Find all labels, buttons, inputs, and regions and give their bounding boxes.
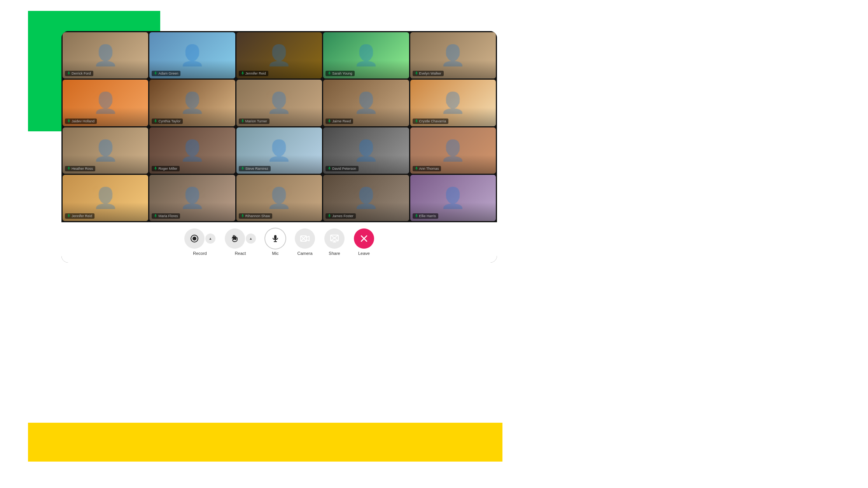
mic-active-icon bbox=[415, 71, 418, 75]
bg-yellow-shape bbox=[28, 423, 502, 462]
share-button[interactable] bbox=[324, 228, 345, 249]
participant-name-label: Evelyn Walker bbox=[413, 71, 444, 76]
mic-active-icon bbox=[67, 71, 70, 75]
mic-active-icon bbox=[241, 119, 244, 123]
video-tile: 👤Ellie Harris bbox=[410, 175, 496, 221]
camera-button[interactable] bbox=[295, 228, 315, 249]
participant-name-label: Jennifer Reid bbox=[239, 71, 268, 76]
svg-rect-2 bbox=[155, 71, 156, 74]
mic-active-icon bbox=[241, 214, 244, 218]
participant-name-label: Crystle Chavarria bbox=[413, 119, 449, 124]
share-label: Share bbox=[329, 251, 340, 256]
participant-name-label: Jaime Reed bbox=[326, 119, 353, 124]
leave-control: Leave bbox=[354, 228, 374, 256]
video-tile: 👤Heather Ross bbox=[63, 127, 148, 174]
react-button[interactable] bbox=[225, 228, 245, 249]
participant-name-label: Ann Thomas bbox=[413, 166, 441, 171]
svg-rect-26 bbox=[329, 167, 330, 169]
participant-name-label: Maria Flores bbox=[152, 213, 180, 219]
video-tile: 👤Maria Flores bbox=[149, 175, 235, 221]
participant-name-label: Adam Green bbox=[152, 71, 180, 76]
participant-name-label: Steve Ramirez bbox=[239, 166, 271, 171]
video-tile: 👤Adam Green bbox=[149, 32, 235, 78]
svg-rect-6 bbox=[329, 71, 330, 74]
svg-point-41 bbox=[192, 237, 196, 241]
react-control: ▲ React bbox=[225, 228, 256, 256]
mic-active-icon bbox=[415, 214, 418, 218]
video-tile: 👤Ann Thomas bbox=[410, 127, 496, 174]
svg-rect-24 bbox=[242, 167, 243, 169]
video-tile: 👤David Peterson bbox=[323, 127, 409, 174]
svg-rect-16 bbox=[329, 119, 330, 122]
svg-rect-4 bbox=[242, 71, 243, 74]
participant-name-label: Marion Turner bbox=[239, 119, 270, 124]
participant-name-label: David Peterson bbox=[326, 166, 359, 171]
participant-name-label: Sarah Young bbox=[326, 71, 355, 76]
svg-rect-20 bbox=[68, 167, 70, 169]
svg-rect-28 bbox=[416, 167, 417, 169]
control-bar: ▲ Record ▲ React bbox=[61, 222, 497, 263]
video-tile: 👤Evelyn Walker bbox=[410, 32, 496, 78]
svg-rect-38 bbox=[416, 214, 417, 216]
share-control: Share bbox=[324, 228, 345, 256]
record-button[interactable] bbox=[184, 228, 205, 249]
svg-rect-14 bbox=[242, 119, 243, 122]
mic-control: Mic bbox=[265, 228, 285, 256]
video-tile: 👤Steve Ramirez bbox=[236, 127, 322, 174]
record-chevron-button[interactable]: ▲ bbox=[205, 234, 215, 244]
react-chevron-button[interactable]: ▲ bbox=[246, 234, 256, 244]
react-label: React bbox=[235, 251, 246, 256]
participant-name-label: James Foster bbox=[326, 213, 356, 219]
leave-label: Leave bbox=[358, 251, 370, 256]
mic-active-icon bbox=[154, 167, 157, 171]
video-tile: 👤Derrick Ford bbox=[63, 32, 148, 78]
participant-name-label: Heather Ross bbox=[65, 166, 95, 171]
mic-active-icon bbox=[415, 119, 418, 123]
participant-name-label: Jaidev Holland bbox=[65, 119, 97, 124]
record-label: Record bbox=[193, 251, 206, 256]
mic-active-icon bbox=[154, 119, 157, 123]
mic-button[interactable] bbox=[265, 228, 285, 249]
mic-active-icon bbox=[154, 214, 157, 218]
svg-rect-8 bbox=[416, 71, 417, 74]
svg-rect-30 bbox=[68, 214, 70, 216]
video-tile: 👤Jennifer Reid bbox=[236, 32, 322, 78]
participant-name-label: Jennifer Reid bbox=[65, 213, 94, 219]
video-tile: 👤Jaidev Holland bbox=[63, 80, 148, 126]
participant-name-label: Cynthia Taylor bbox=[152, 119, 183, 124]
participant-name-label: Rihannon Shaw bbox=[239, 213, 273, 219]
svg-rect-22 bbox=[155, 167, 156, 169]
svg-rect-12 bbox=[155, 119, 156, 122]
mic-active-icon bbox=[328, 167, 331, 171]
mic-active-icon bbox=[67, 214, 70, 218]
svg-rect-18 bbox=[416, 119, 417, 122]
svg-rect-32 bbox=[155, 214, 156, 216]
video-tile: 👤Cynthia Taylor bbox=[149, 80, 235, 126]
video-tile: 👤Rihannon Shaw bbox=[236, 175, 322, 221]
mic-active-icon bbox=[415, 167, 418, 171]
mic-active-icon bbox=[328, 214, 331, 218]
participant-name-label: Derrick Ford bbox=[65, 71, 93, 76]
svg-rect-36 bbox=[329, 214, 330, 216]
svg-marker-46 bbox=[306, 236, 309, 241]
mic-active-icon bbox=[328, 119, 331, 123]
video-tile: 👤Jennifer Reid bbox=[63, 175, 148, 221]
video-tile: 👤Crystle Chavarria bbox=[410, 80, 496, 126]
camera-control: Camera bbox=[295, 228, 315, 256]
leave-button[interactable] bbox=[354, 228, 374, 249]
svg-rect-0 bbox=[68, 71, 70, 74]
mic-active-icon bbox=[241, 167, 244, 171]
mic-active-icon bbox=[67, 119, 70, 123]
svg-rect-34 bbox=[242, 214, 243, 216]
svg-rect-10 bbox=[68, 119, 70, 122]
mic-label: Mic bbox=[272, 251, 278, 256]
mic-active-icon bbox=[154, 71, 157, 75]
mic-active-icon bbox=[328, 71, 331, 75]
device-frame: 👤Derrick Ford👤Adam Green👤Jennifer Reid👤S… bbox=[61, 31, 497, 263]
participant-name-label: Ellie Harris bbox=[413, 213, 439, 219]
video-tile: 👤Sarah Young bbox=[323, 32, 409, 78]
video-grid: 👤Derrick Ford👤Adam Green👤Jennifer Reid👤S… bbox=[61, 31, 497, 222]
video-tile: 👤Roger Miller bbox=[149, 127, 235, 174]
record-control: ▲ Record bbox=[184, 228, 215, 256]
video-tile: 👤Marion Turner bbox=[236, 80, 322, 126]
